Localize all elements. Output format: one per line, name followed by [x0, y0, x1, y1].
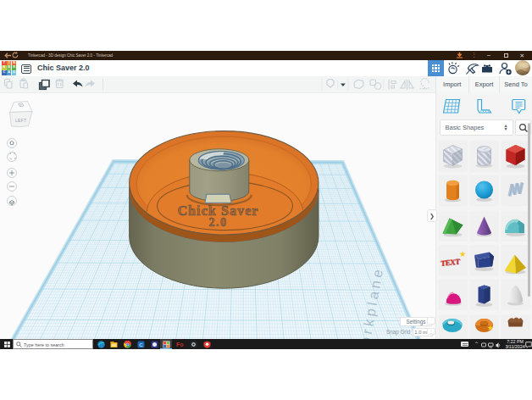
svg-text:★: ★: [487, 323, 495, 332]
svg-text:★: ★: [459, 249, 467, 258]
svg-text:C: C: [139, 342, 143, 347]
svg-text:Fo: Fo: [176, 342, 184, 347]
